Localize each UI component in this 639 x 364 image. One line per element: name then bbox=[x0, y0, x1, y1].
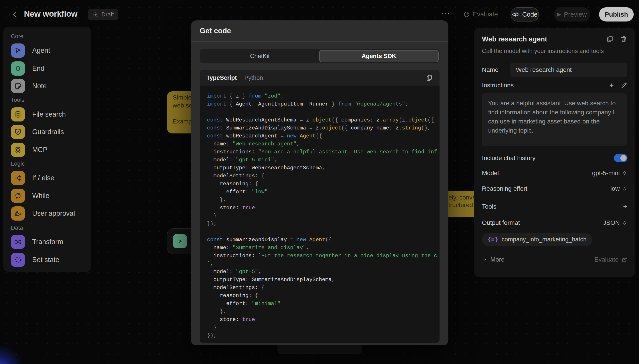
chevron-left-icon bbox=[11, 11, 19, 18]
sidebar-item-mcp[interactable]: MCP bbox=[11, 141, 48, 159]
note-icon bbox=[11, 79, 25, 93]
agent-inspector-panel: Web research agent Call the model with y… bbox=[474, 28, 635, 277]
set-state-icon bbox=[11, 253, 25, 267]
start-node[interactable] bbox=[167, 228, 191, 254]
code-card: TypeScript Python import { z } from "zod… bbox=[200, 70, 440, 343]
evaluate-top-button[interactable]: Evaluate bbox=[463, 11, 498, 18]
more-actions-button[interactable]: ⋯ bbox=[441, 8, 450, 18]
reasoning-effort-row[interactable]: Reasoning effort low bbox=[482, 185, 627, 192]
model-value: gpt-5-mini bbox=[592, 170, 620, 177]
include-chat-history-toggle[interactable] bbox=[614, 154, 627, 162]
chevron-updown-icon bbox=[622, 220, 627, 226]
name-input[interactable]: Web research agent bbox=[510, 63, 627, 77]
code-icon: </> bbox=[512, 11, 519, 18]
language-tab-typescript[interactable]: TypeScript bbox=[206, 74, 237, 81]
canvas-toolbar[interactable] bbox=[277, 344, 362, 354]
sidebar-item-transform[interactable]: Transform bbox=[11, 233, 63, 251]
chevron-updown-icon bbox=[622, 186, 627, 192]
preview-button-label: Preview bbox=[564, 11, 587, 18]
output-format-value: JSON bbox=[603, 219, 620, 226]
canvas-note-left[interactable]: Simple web se Examp bbox=[167, 91, 191, 134]
chevron-down-icon bbox=[482, 257, 488, 262]
tools-row: Tools + bbox=[482, 202, 627, 211]
preview-button[interactable]: ▶ Preview bbox=[554, 7, 590, 22]
toggle-knob bbox=[620, 155, 626, 161]
tools-label: Tools bbox=[482, 203, 496, 210]
sidebar-item-while[interactable]: While bbox=[11, 187, 50, 204]
agent-subtitle: Call the model with your instructions an… bbox=[482, 48, 604, 54]
evaluate-link[interactable]: Evaluate bbox=[594, 256, 627, 263]
model-row[interactable]: Model gpt-5-mini bbox=[482, 170, 627, 177]
trash-icon[interactable] bbox=[620, 35, 627, 43]
modal-title: Get code bbox=[200, 26, 231, 35]
more-expander[interactable]: More bbox=[482, 256, 505, 263]
add-instruction-icon[interactable]: + bbox=[609, 81, 614, 90]
draft-badge-label: Draft bbox=[101, 11, 114, 18]
publish-button[interactable]: Publish bbox=[599, 7, 634, 22]
tab-chatkit[interactable]: ChatKit bbox=[201, 50, 319, 62]
sidebar-item-label: End bbox=[32, 64, 44, 72]
language-tab-python[interactable]: Python bbox=[244, 74, 263, 81]
instructions-label: Instructions bbox=[482, 82, 514, 89]
output-format-label: Output format bbox=[482, 219, 520, 226]
start-play-button[interactable] bbox=[173, 234, 187, 248]
tab-agents-sdk[interactable]: Agents SDK bbox=[319, 50, 439, 62]
evaluate-icon bbox=[463, 11, 470, 18]
sidebar-item-user-approval[interactable]: User approval bbox=[11, 204, 75, 222]
if-else-icon bbox=[11, 171, 25, 185]
sidebar-item-label: File search bbox=[32, 110, 66, 118]
code-card-header: TypeScript Python bbox=[200, 70, 440, 86]
get-code-modal: Get code ChatKit Agents SDK TypeScript P… bbox=[191, 20, 448, 346]
sidebar-item-note[interactable]: Note bbox=[11, 77, 47, 95]
end-icon bbox=[11, 62, 25, 76]
play-outline-icon bbox=[176, 238, 184, 245]
sidebar-item-file-search[interactable]: File search bbox=[11, 106, 66, 123]
code-target-tabs: ChatKit Agents SDK bbox=[200, 49, 440, 63]
draft-badge: Draft bbox=[88, 9, 118, 20]
sidebar-item-label: While bbox=[32, 192, 50, 200]
guardrails-icon bbox=[11, 125, 25, 139]
evaluate-top-label: Evaluate bbox=[473, 11, 498, 18]
output-schema-chip[interactable]: {≡} company_info_marketing_batch bbox=[482, 233, 592, 246]
code-content[interactable]: import { z } from "zod";import { Agent, … bbox=[200, 86, 440, 343]
model-label: Model bbox=[482, 170, 499, 177]
file-search-icon bbox=[11, 107, 25, 122]
name-input-value: Web research agent bbox=[516, 66, 572, 74]
draft-pencil-icon bbox=[92, 11, 99, 18]
reasoning-effort-label: Reasoning effort bbox=[482, 185, 527, 192]
transform-icon bbox=[11, 235, 25, 249]
sidebar-item-label: Transform bbox=[32, 238, 63, 246]
section-core: Core bbox=[11, 33, 23, 40]
node-palette-sidebar: Core Agent Note End Note Tools File bbox=[3, 26, 91, 272]
agent-icon bbox=[11, 44, 25, 58]
copy-code-button[interactable] bbox=[426, 74, 433, 81]
sidebar-item-end[interactable]: Note End bbox=[11, 60, 44, 77]
note-text: Simple bbox=[173, 94, 191, 101]
external-link-icon bbox=[621, 257, 627, 263]
sidebar-item-label: Note bbox=[32, 82, 47, 90]
sidebar-item-guardrails[interactable]: Guardrails bbox=[11, 123, 64, 141]
mcp-icon bbox=[11, 143, 25, 157]
chevron-updown-icon bbox=[622, 170, 627, 176]
sidebar-item-agent[interactable]: Agent bbox=[11, 42, 50, 60]
code-button-label: Code bbox=[522, 11, 537, 18]
note-text: web se bbox=[173, 102, 191, 109]
instructions-textarea[interactable]: You are a helpful assistant. Use web sea… bbox=[482, 93, 627, 146]
section-logic: Logic bbox=[11, 160, 25, 167]
reasoning-effort-value: low bbox=[610, 185, 620, 192]
add-tool-icon[interactable]: + bbox=[623, 202, 627, 211]
sidebar-item-if-else[interactable]: If / else bbox=[11, 169, 54, 187]
publish-button-label: Publish bbox=[605, 11, 628, 18]
workflow-title: New workflow bbox=[24, 9, 77, 18]
output-format-row[interactable]: Output format JSON bbox=[482, 219, 627, 226]
code-button[interactable]: </> Code bbox=[511, 7, 539, 22]
duplicate-icon[interactable] bbox=[606, 35, 614, 43]
sidebar-item-set-state[interactable]: Set state bbox=[11, 251, 59, 269]
generate-pencil-icon[interactable] bbox=[620, 82, 627, 89]
sidebar-item-label: Agent bbox=[32, 46, 50, 54]
canvas-note-right[interactable]: ely, conve tructured bbox=[448, 191, 474, 217]
agent-title: Web research agent bbox=[482, 35, 547, 43]
sidebar-item-label: Guardrails bbox=[32, 128, 64, 136]
back-button[interactable] bbox=[10, 10, 20, 20]
section-data: Data bbox=[11, 224, 23, 231]
